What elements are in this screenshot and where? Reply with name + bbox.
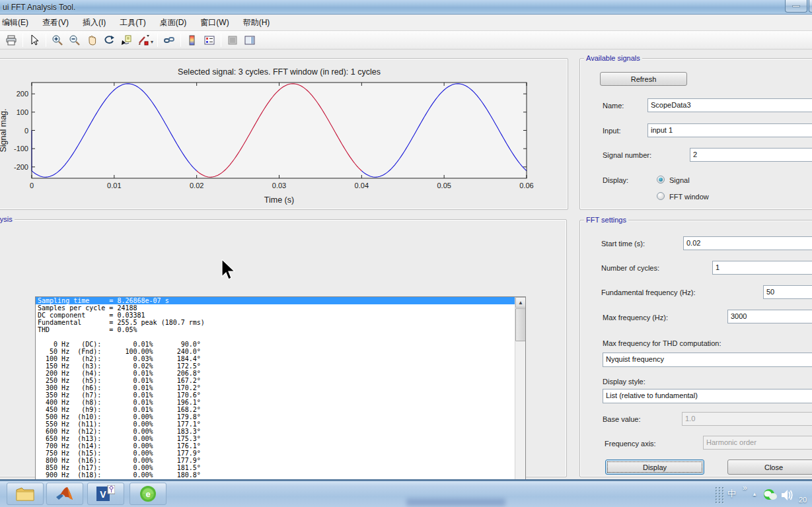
show-hidden-icons[interactable]: ▲ — [752, 491, 757, 497]
fft-line-8[interactable]: 100 Hz (h2): 0.03% 184.4° — [36, 355, 525, 362]
minimize-button[interactable] — [785, 0, 807, 13]
toolbar-grip-dots[interactable] — [716, 487, 727, 504]
refresh-button-label: Refresh — [631, 75, 657, 83]
printer-icon[interactable] — [3, 33, 19, 48]
base-value-input: 1.0 — [682, 412, 812, 426]
name-input[interactable]: ScopeData3 — [647, 98, 812, 112]
taskbar-app-visio[interactable]: V — [87, 483, 124, 505]
fft-line-5[interactable] — [36, 333, 525, 341]
toolbar-separator — [22, 34, 23, 47]
fundamental-label: Fundamental frequency (Hz): — [601, 288, 695, 296]
mouse-cursor — [221, 259, 237, 282]
max-freq-thd-select[interactable]: Nyquist frequency — [603, 353, 812, 367]
scroll-up-button[interactable]: ▲ — [515, 297, 526, 308]
link-plots-icon[interactable] — [161, 33, 177, 48]
cursor-icon[interactable] — [26, 33, 42, 48]
maximize-button-partial[interactable] — [809, 0, 812, 13]
fft-line-6[interactable]: 0 Hz (DC): 0.01% 90.0° — [36, 341, 525, 348]
fft-line-1[interactable]: Samples per cycle = 24188 — [36, 304, 525, 312]
refresh-button[interactable]: Refresh — [600, 72, 687, 86]
zoom-out-icon[interactable] — [67, 33, 83, 48]
frequency-axis-input: Harmonic order — [703, 436, 812, 450]
fft-result-list[interactable]: Sampling time = 8.26868e-07 sSamples per… — [35, 296, 526, 501]
fft-line-13[interactable]: 350 Hz (h7): 0.01% 170.6° — [36, 391, 525, 399]
signal-number-input[interactable]: 2 — [690, 148, 812, 162]
fft-line-10[interactable]: 200 Hz (h4): 0.01% 206.8° — [36, 370, 525, 377]
fft-line-11[interactable]: 250 Hz (h5): 0.01% 167.2° — [36, 377, 525, 384]
menu-2[interactable]: 查看(V) — [36, 15, 75, 31]
scrollbar-thumb[interactable] — [515, 308, 526, 341]
available-signals-group-label: Available signals — [584, 54, 642, 62]
max-freq-label: Max frequency (Hz): — [603, 314, 668, 321]
fft-line-4[interactable]: THD = 0.05% — [36, 326, 525, 333]
toolbar-separator — [221, 34, 221, 47]
pan-hand-icon[interactable] — [84, 33, 100, 48]
fft-line-23[interactable]: 850 Hz (h17): 0.00% 181.5° — [36, 464, 525, 471]
fft-result-scrollbar[interactable]: ▲ ▼ — [515, 297, 525, 500]
brush-icon[interactable] — [135, 33, 151, 48]
show-plot-tools-icon[interactable] — [242, 33, 258, 48]
zoom-in-icon[interactable] — [50, 33, 65, 48]
fft-line-18[interactable]: 600 Hz (h12): 0.00% 183.3° — [36, 428, 525, 435]
hide-plot-tools-icon[interactable] — [225, 33, 240, 48]
max-freq-value: 3000 — [731, 312, 747, 320]
radio-fft-window[interactable] — [657, 192, 665, 200]
fft-line-16[interactable]: 500 Hz (h10): 0.00% 179.8° — [36, 413, 525, 421]
menu-5[interactable]: 桌面(D) — [154, 15, 193, 31]
signal-number-label: Signal number: — [603, 151, 651, 159]
input-input[interactable]: input 1 — [647, 123, 812, 137]
fft-line-19[interactable]: 650 Hz (h13): 0.00% 175.3° — [36, 435, 525, 442]
fft-line-7[interactable]: 50 Hz (Fnd): 100.00% 240.0° — [36, 348, 525, 355]
start-time-input[interactable]: 0.02 — [683, 236, 812, 250]
menu-1[interactable]: 编辑(E) — [0, 15, 34, 31]
data-cursor-icon[interactable] — [118, 33, 134, 48]
fft-line-14[interactable]: 400 Hz (h8): 0.01% 196.1° — [36, 399, 525, 406]
display-style-select[interactable]: List (relative to fundamental) — [603, 389, 812, 403]
colorbar-icon[interactable] — [184, 33, 200, 48]
menu-3[interactable]: 插入(I) — [77, 15, 112, 31]
close-button[interactable]: Close — [727, 459, 812, 475]
taskbar-app-matlab[interactable] — [46, 483, 83, 505]
fft-result-lines: Sampling time = 8.26868e-07 sSamples per… — [36, 297, 525, 500]
fundamental-input[interactable]: 50 — [763, 285, 812, 299]
fft-line-17[interactable]: 550 Hz (h11): 0.00% 177.1° — [36, 421, 525, 428]
ime-indicator[interactable]: 中 — [727, 488, 736, 500]
fft-line-3[interactable]: Fundamental = 255.5 peak (180.7 rms) — [36, 319, 525, 326]
fft-line-24[interactable]: 900 Hz (h18): 0.00% 180.8° — [36, 471, 525, 479]
display-button[interactable]: Display — [605, 459, 704, 475]
menu-4[interactable]: 工具(T) — [114, 15, 151, 31]
cycles-input[interactable]: 1 — [712, 261, 812, 275]
fft-line-9[interactable]: 150 Hz (h3): 0.02% 172.5° — [36, 362, 525, 370]
overflow-chevron-icon[interactable]: » — [743, 483, 747, 492]
svg-text:0.05: 0.05 — [437, 182, 451, 189]
fft-line-2[interactable]: DC component = 0.03381 — [36, 312, 525, 319]
fft-line-12[interactable]: 300 Hz (h6): 0.01% 170.2° — [36, 384, 525, 391]
legend-icon[interactable] — [202, 33, 217, 48]
title-bar[interactable]: ui FFT Analysis Tool. — [0, 0, 812, 15]
explorer-folder-icon — [15, 486, 35, 502]
rotate-3d-icon[interactable] — [101, 33, 117, 48]
svg-text:Time (s): Time (s) — [264, 195, 294, 205]
menu-7[interactable]: 帮助(H) — [237, 15, 276, 31]
fft-line-20[interactable]: 700 Hz (h14): 0.00% 176.1° — [36, 442, 525, 450]
max-freq-input[interactable]: 3000 — [727, 310, 812, 323]
cycles-label: Number of cycles: — [601, 264, 659, 272]
brush-dropdown-arrow[interactable]: ▾ — [151, 39, 153, 45]
fft-line-0[interactable]: Sampling time = 8.26868e-07 s — [36, 297, 525, 304]
fft-line-15[interactable]: 450 Hz (h9): 0.01% 168.2° — [36, 406, 525, 413]
wechat-icon[interactable] — [762, 489, 780, 502]
fft-line-21[interactable]: 750 Hz (h15): 0.00% 177.9° — [36, 450, 525, 457]
input-value: input 1 — [651, 126, 673, 134]
svg-text:200: 200 — [17, 90, 28, 98]
taskbar-app-browser-360[interactable]: e — [129, 483, 166, 505]
base-value-label: Base value: — [603, 415, 640, 423]
max-freq-thd-label: Max frequency for THD computation: — [603, 339, 721, 347]
focus-ring — [607, 461, 702, 473]
taskbar-app-explorer-folder[interactable] — [7, 483, 44, 505]
fft-line-22[interactable]: 800 Hz (h16): 0.00% 177.9° — [36, 457, 525, 464]
svg-text:0: 0 — [24, 127, 28, 135]
svg-text:0.01: 0.01 — [107, 182, 121, 189]
menu-6[interactable]: 窗口(W) — [194, 15, 235, 31]
speaker-icon[interactable] — [781, 489, 795, 502]
radio-signal[interactable] — [657, 176, 665, 184]
